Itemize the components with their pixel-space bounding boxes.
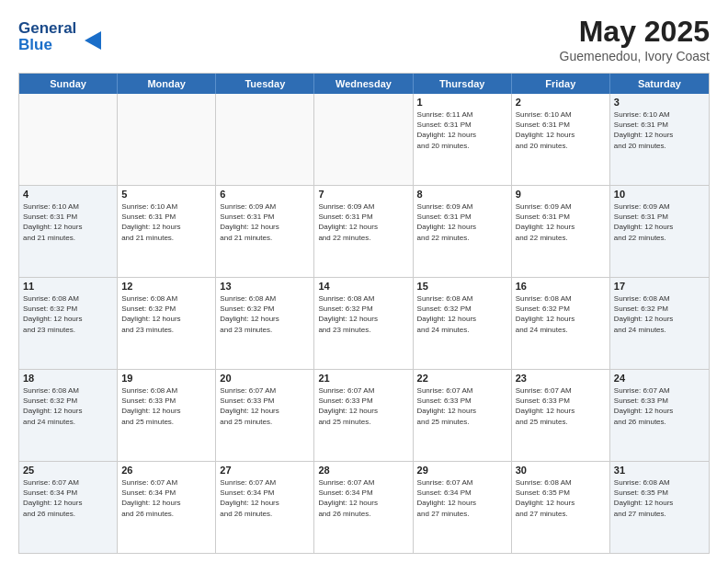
- calendar-body: 1Sunrise: 6:11 AM Sunset: 6:31 PM Daylig…: [19, 94, 709, 553]
- day-number: 20: [220, 373, 310, 384]
- day-cell-27: 27Sunrise: 6:07 AM Sunset: 6:34 PM Dayli…: [216, 462, 314, 553]
- day-cell-22: 22Sunrise: 6:07 AM Sunset: 6:33 PM Dayli…: [414, 370, 512, 461]
- day-cell-6: 6Sunrise: 6:09 AM Sunset: 6:31 PM Daylig…: [216, 186, 314, 277]
- day-number: 30: [516, 465, 606, 476]
- day-info: Sunrise: 6:08 AM Sunset: 6:33 PM Dayligh…: [121, 385, 211, 427]
- day-info: Sunrise: 6:08 AM Sunset: 6:32 PM Dayligh…: [516, 293, 606, 335]
- day-info: Sunrise: 6:11 AM Sunset: 6:31 PM Dayligh…: [417, 109, 507, 151]
- weekday-header-tuesday: Tuesday: [216, 74, 314, 94]
- day-number: 26: [121, 465, 211, 476]
- day-cell-10: 10Sunrise: 6:09 AM Sunset: 6:31 PM Dayli…: [610, 186, 709, 277]
- calendar-row-1: 1Sunrise: 6:11 AM Sunset: 6:31 PM Daylig…: [19, 94, 709, 186]
- day-cell-4: 4Sunrise: 6:10 AM Sunset: 6:31 PM Daylig…: [19, 186, 118, 277]
- day-cell-28: 28Sunrise: 6:07 AM Sunset: 6:34 PM Dayli…: [314, 462, 413, 553]
- day-number: 7: [318, 189, 408, 200]
- day-info: Sunrise: 6:07 AM Sunset: 6:34 PM Dayligh…: [417, 477, 507, 519]
- day-cell-17: 17Sunrise: 6:08 AM Sunset: 6:32 PM Dayli…: [610, 278, 709, 369]
- day-number: 8: [417, 189, 507, 200]
- day-info: Sunrise: 6:07 AM Sunset: 6:34 PM Dayligh…: [23, 477, 113, 519]
- day-info: Sunrise: 6:09 AM Sunset: 6:31 PM Dayligh…: [417, 201, 507, 243]
- day-number: 9: [516, 189, 606, 200]
- logo: General Blue: [18, 15, 119, 59]
- day-number: 21: [318, 373, 408, 384]
- day-number: 10: [614, 189, 705, 200]
- day-number: 12: [121, 281, 211, 292]
- day-cell-15: 15Sunrise: 6:08 AM Sunset: 6:32 PM Dayli…: [414, 278, 512, 369]
- day-cell-12: 12Sunrise: 6:08 AM Sunset: 6:32 PM Dayli…: [118, 278, 216, 369]
- day-number: 31: [614, 465, 705, 476]
- day-number: 4: [23, 189, 113, 200]
- day-info: Sunrise: 6:07 AM Sunset: 6:34 PM Dayligh…: [121, 477, 211, 519]
- day-cell-14: 14Sunrise: 6:08 AM Sunset: 6:32 PM Dayli…: [314, 278, 413, 369]
- weekday-header-saturday: Saturday: [610, 74, 709, 94]
- empty-cell: [19, 94, 118, 185]
- day-info: Sunrise: 6:07 AM Sunset: 6:33 PM Dayligh…: [516, 385, 606, 427]
- day-cell-16: 16Sunrise: 6:08 AM Sunset: 6:32 PM Dayli…: [512, 278, 610, 369]
- day-info: Sunrise: 6:08 AM Sunset: 6:32 PM Dayligh…: [23, 293, 113, 335]
- empty-cell: [216, 94, 314, 185]
- day-info: Sunrise: 6:07 AM Sunset: 6:34 PM Dayligh…: [220, 477, 310, 519]
- day-info: Sunrise: 6:10 AM Sunset: 6:31 PM Dayligh…: [121, 201, 211, 243]
- calendar-header: SundayMondayTuesdayWednesdayThursdayFrid…: [19, 74, 709, 94]
- day-info: Sunrise: 6:07 AM Sunset: 6:34 PM Dayligh…: [318, 477, 408, 519]
- day-cell-9: 9Sunrise: 6:09 AM Sunset: 6:31 PM Daylig…: [512, 186, 610, 277]
- day-info: Sunrise: 6:08 AM Sunset: 6:32 PM Dayligh…: [220, 293, 310, 335]
- empty-cell: [118, 94, 216, 185]
- day-number: 16: [516, 281, 606, 292]
- day-cell-29: 29Sunrise: 6:07 AM Sunset: 6:34 PM Dayli…: [414, 462, 512, 553]
- day-number: 25: [23, 465, 113, 476]
- subtitle: Guemenedou, Ivory Coast: [560, 49, 710, 63]
- day-cell-13: 13Sunrise: 6:08 AM Sunset: 6:32 PM Dayli…: [216, 278, 314, 369]
- day-number: 17: [614, 281, 705, 292]
- weekday-header-friday: Friday: [512, 74, 610, 94]
- main-title: May 2025: [560, 15, 710, 49]
- day-info: Sunrise: 6:07 AM Sunset: 6:33 PM Dayligh…: [318, 385, 408, 427]
- day-number: 28: [318, 465, 408, 476]
- empty-cell: [314, 94, 413, 185]
- day-info: Sunrise: 6:09 AM Sunset: 6:31 PM Dayligh…: [516, 201, 606, 243]
- day-cell-21: 21Sunrise: 6:07 AM Sunset: 6:33 PM Dayli…: [314, 370, 413, 461]
- day-info: Sunrise: 6:08 AM Sunset: 6:32 PM Dayligh…: [121, 293, 211, 335]
- day-cell-23: 23Sunrise: 6:07 AM Sunset: 6:33 PM Dayli…: [512, 370, 610, 461]
- day-cell-20: 20Sunrise: 6:07 AM Sunset: 6:33 PM Dayli…: [216, 370, 314, 461]
- day-info: Sunrise: 6:10 AM Sunset: 6:31 PM Dayligh…: [516, 109, 606, 151]
- day-number: 19: [121, 373, 211, 384]
- title-block: May 2025 Guemenedou, Ivory Coast: [560, 15, 710, 63]
- header: General Blue May 2025 Guemenedou, Ivory …: [18, 15, 710, 63]
- day-number: 29: [417, 465, 507, 476]
- calendar: SundayMondayTuesdayWednesdayThursdayFrid…: [18, 73, 710, 554]
- day-cell-8: 8Sunrise: 6:09 AM Sunset: 6:31 PM Daylig…: [414, 186, 512, 277]
- day-cell-7: 7Sunrise: 6:09 AM Sunset: 6:31 PM Daylig…: [314, 186, 413, 277]
- weekday-header-wednesday: Wednesday: [314, 74, 413, 94]
- day-number: 22: [417, 373, 507, 384]
- day-number: 6: [220, 189, 310, 200]
- day-number: 24: [614, 373, 705, 384]
- day-info: Sunrise: 6:08 AM Sunset: 6:35 PM Dayligh…: [614, 477, 705, 519]
- day-info: Sunrise: 6:07 AM Sunset: 6:33 PM Dayligh…: [614, 385, 705, 427]
- calendar-row-5: 25Sunrise: 6:07 AM Sunset: 6:34 PM Dayli…: [19, 462, 709, 553]
- day-info: Sunrise: 6:08 AM Sunset: 6:32 PM Dayligh…: [23, 385, 113, 427]
- day-number: 14: [318, 281, 408, 292]
- day-cell-5: 5Sunrise: 6:10 AM Sunset: 6:31 PM Daylig…: [118, 186, 216, 277]
- svg-text:Blue: Blue: [18, 36, 52, 53]
- day-info: Sunrise: 6:08 AM Sunset: 6:32 PM Dayligh…: [614, 293, 705, 335]
- day-number: 13: [220, 281, 310, 292]
- day-info: Sunrise: 6:08 AM Sunset: 6:32 PM Dayligh…: [318, 293, 408, 335]
- svg-marker-2: [85, 31, 101, 50]
- day-info: Sunrise: 6:09 AM Sunset: 6:31 PM Dayligh…: [318, 201, 408, 243]
- day-info: Sunrise: 6:08 AM Sunset: 6:32 PM Dayligh…: [417, 293, 507, 335]
- weekday-header-monday: Monday: [118, 74, 216, 94]
- day-number: 5: [121, 189, 211, 200]
- calendar-row-2: 4Sunrise: 6:10 AM Sunset: 6:31 PM Daylig…: [19, 186, 709, 278]
- day-cell-18: 18Sunrise: 6:08 AM Sunset: 6:32 PM Dayli…: [19, 370, 118, 461]
- day-number: 27: [220, 465, 310, 476]
- day-info: Sunrise: 6:08 AM Sunset: 6:35 PM Dayligh…: [516, 477, 606, 519]
- day-info: Sunrise: 6:09 AM Sunset: 6:31 PM Dayligh…: [614, 201, 705, 243]
- day-info: Sunrise: 6:10 AM Sunset: 6:31 PM Dayligh…: [614, 109, 705, 151]
- day-cell-19: 19Sunrise: 6:08 AM Sunset: 6:33 PM Dayli…: [118, 370, 216, 461]
- day-cell-26: 26Sunrise: 6:07 AM Sunset: 6:34 PM Dayli…: [118, 462, 216, 553]
- day-cell-1: 1Sunrise: 6:11 AM Sunset: 6:31 PM Daylig…: [414, 94, 512, 185]
- day-info: Sunrise: 6:07 AM Sunset: 6:33 PM Dayligh…: [220, 385, 310, 427]
- page: General Blue May 2025 Guemenedou, Ivory …: [0, 0, 728, 563]
- day-cell-30: 30Sunrise: 6:08 AM Sunset: 6:35 PM Dayli…: [512, 462, 610, 553]
